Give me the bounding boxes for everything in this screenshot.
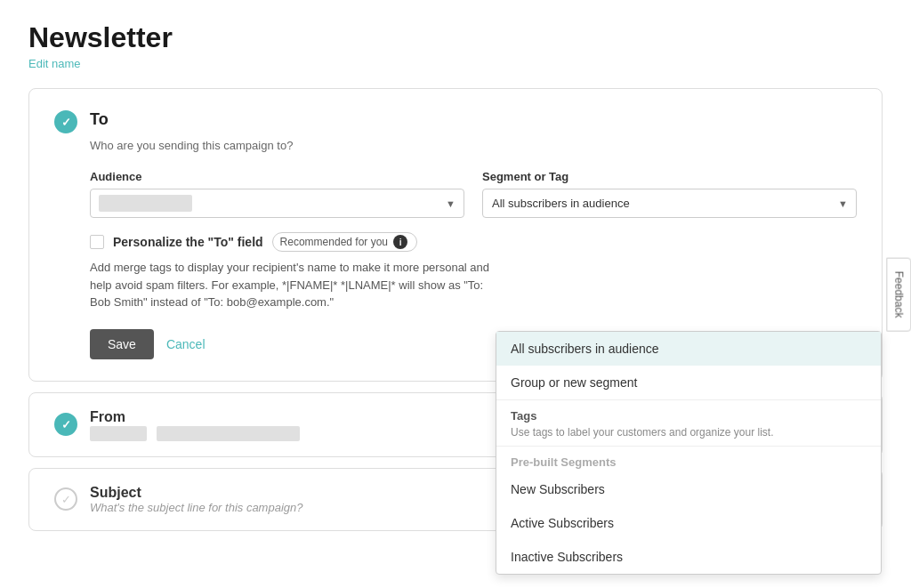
dropdown-tags-desc: Use tags to label your customers and org… xyxy=(496,426,881,446)
subject-subtitle: What's the subject line for this campaig… xyxy=(90,501,303,514)
edit-name-link[interactable]: Edit name xyxy=(28,57,81,70)
cancel-button[interactable]: Cancel xyxy=(166,337,206,351)
page-title: Newsletter xyxy=(28,21,883,54)
segment-select-wrapper: All subscribers in audience Group or new… xyxy=(482,189,857,218)
to-section-header: ✓ To xyxy=(54,110,857,133)
dropdown-item-inactive-subscribers[interactable]: Inactive Subscribers xyxy=(496,540,881,574)
from-check-icon: ✓ xyxy=(54,413,77,436)
subject-left: ✓ Subject What's the subject line for th… xyxy=(54,485,303,514)
audience-select[interactable] xyxy=(90,189,464,218)
personalize-description: Add merge tags to display your recipient… xyxy=(90,259,499,311)
recommended-badge: Recommended for you i xyxy=(272,232,417,252)
feedback-tab[interactable]: Feedback xyxy=(887,257,911,331)
dropdown-item-all-subscribers[interactable]: All subscribers in audience xyxy=(496,332,881,366)
info-icon[interactable]: i xyxy=(393,235,407,249)
to-title: To xyxy=(90,110,109,129)
audience-select-wrapper: ▼ blurredtext xyxy=(90,189,464,218)
page-wrapper: Newsletter Edit name ✓ To Who are you se… xyxy=(0,0,911,588)
dropdown-item-active-subscribers[interactable]: Active Subscribers xyxy=(496,506,881,540)
save-button[interactable]: Save xyxy=(90,329,154,359)
recommended-label: Recommended for you xyxy=(280,236,388,248)
subject-title: Subject xyxy=(90,485,303,501)
to-subtitle: Who are you sending this campaign to? xyxy=(90,139,857,152)
subject-check-icon: ✓ xyxy=(54,487,77,511)
from-blurred-email: blurred xyxy=(157,426,299,441)
personalize-label: Personalize the "To" field xyxy=(113,235,263,249)
to-form-grid: Audience ▼ blurredtext Segment or Tag xyxy=(90,170,857,218)
dropdown-prebuilt-header: Pre-built Segments xyxy=(496,447,881,472)
segment-label: Segment or Tag xyxy=(482,170,857,183)
dropdown-item-group-segment[interactable]: Group or new segment xyxy=(496,366,881,399)
from-blurred-name: blurred xyxy=(90,426,147,441)
segment-field: Segment or Tag All subscribers in audien… xyxy=(482,170,857,218)
audience-label: Audience xyxy=(90,170,464,183)
dropdown-tags-header: Tags xyxy=(496,400,881,426)
segment-dropdown: All subscribers in audience Group or new… xyxy=(496,331,882,575)
segment-select[interactable]: All subscribers in audience Group or new… xyxy=(482,189,857,218)
personalize-checkbox[interactable] xyxy=(90,235,104,249)
to-section-card: ✓ To Who are you sending this campaign t… xyxy=(28,88,883,382)
audience-field: Audience ▼ blurredtext xyxy=(90,170,464,218)
personalize-row: Personalize the "To" field Recommended f… xyxy=(90,232,857,252)
subject-section-content: Subject What's the subject line for this… xyxy=(90,485,303,514)
to-check-icon: ✓ xyxy=(54,110,77,133)
dropdown-item-new-subscribers[interactable]: New Subscribers xyxy=(496,472,881,506)
